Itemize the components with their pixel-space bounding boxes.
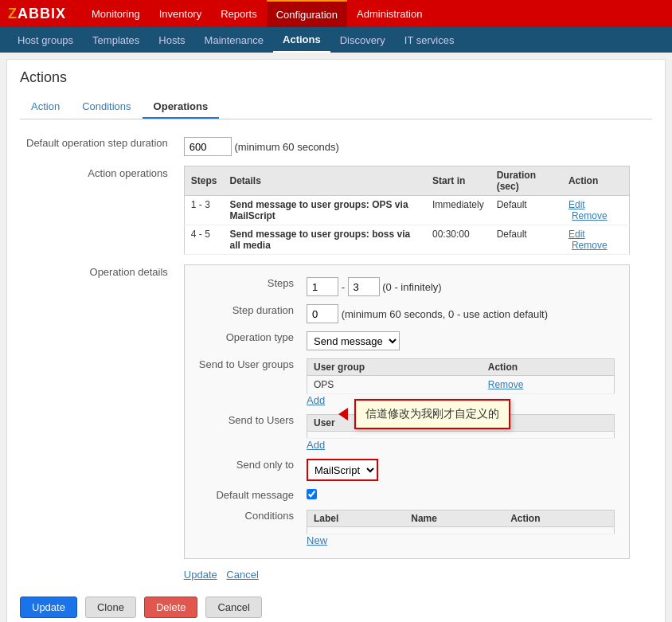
operation-details-label: Operation details [20,260,178,585]
send-only-to-row: Send only to MailScript [194,455,619,485]
steps-row: Steps - (0 - infinitely) [194,273,619,300]
nav-configuration[interactable]: Configuration [267,0,347,27]
user-group-action: Remove [482,376,615,394]
user-group-row: OPS Remove [307,376,615,394]
subnav-actions[interactable]: Actions [273,27,330,53]
user-groups-table: User group Action OPS Remove [307,358,615,394]
action-buttons: Update Clone Delete Cancel [20,597,652,618]
cancel-link[interactable]: Cancel [226,569,258,581]
action-operations-label: Action operations [20,161,178,260]
ops-edit-link[interactable]: Edit [568,199,585,210]
ops-duration: Default [490,196,562,225]
tooltip-arrow [338,408,348,421]
user-group-action-header: Action [482,359,615,376]
nav-administration[interactable]: Administration [347,0,432,27]
steps-label: Steps [194,273,302,300]
logo: ZABBIX [8,6,66,22]
ops-col-duration: Duration (sec) [490,166,562,196]
ops-startin: Immediately [426,196,490,225]
tab-action[interactable]: Action [20,96,71,119]
form-table: Default operation step duration (minimum… [20,132,652,585]
subnav-discovery[interactable]: Discovery [330,27,395,53]
page-content: Actions Action Conditions Operations Def… [6,59,666,622]
bottom-links: Update Cancel [184,569,646,581]
subnav-hosts[interactable]: Hosts [149,27,194,53]
send-only-to-select[interactable]: MailScript [308,460,377,479]
tooltip-bubble: 信道修改为我刚才自定义的 [354,399,510,429]
steps-note: (0 - infinitely) [382,281,441,293]
subnav-it-services[interactable]: IT services [395,27,464,53]
steps-from-input[interactable] [307,277,338,296]
operation-type-row: Operation type Send message [194,327,619,354]
sub-navigation: Host groups Templates Hosts Maintenance … [0,27,672,53]
tab-conditions[interactable]: Conditions [71,96,142,119]
action-operations-row: Action operations Steps Details Start in… [20,161,652,260]
default-step-duration-input[interactable] [184,137,232,156]
step-duration-label: Step duration [194,300,302,327]
add-user-link[interactable]: Add [307,439,325,451]
delete-button[interactable]: Delete [144,597,198,618]
operation-details-row: Operation details Steps - (0 - infinitel… [20,260,652,585]
add-user-container: Add 信道修改为我刚才自定义的 [307,439,325,451]
step-duration-input[interactable] [307,304,338,323]
send-only-to-wrap: MailScript [307,459,378,481]
cancel-button[interactable]: Cancel [205,597,261,618]
conditions-new-link[interactable]: New [307,534,327,546]
ops-col-steps: Steps [184,166,223,196]
ops-row: 1 - 3 Send message to user groups: OPS v… [184,196,629,225]
update-link[interactable]: Update [184,569,217,581]
ops-duration: Default [490,225,562,255]
tabs: Action Conditions Operations [20,96,652,119]
nav-monitoring[interactable]: Monitoring [82,0,150,27]
default-message-label: Default message [194,485,302,506]
nav-inventory[interactable]: Inventory [150,0,211,27]
ops-actions: Edit Remove [562,225,629,255]
user-group-col-header: User group [307,359,482,376]
add-user-group-link[interactable]: Add [307,394,325,406]
ops-row: 4 - 5 Send message to user groups: boss … [184,225,629,255]
subnav-templates[interactable]: Templates [83,27,149,53]
conditions-header: Label Name Action [307,511,615,527]
conditions-table: Label Name Action [307,510,615,534]
user-group-name: OPS [307,376,482,394]
ops-remove-link[interactable]: Remove [572,210,608,221]
operation-type-select[interactable]: Send message [307,331,400,350]
ops-startin: 00:30:00 [426,225,490,255]
conditions-label: Conditions [194,506,302,550]
subnav-maintenance[interactable]: Maintenance [195,27,273,53]
update-button[interactable]: Update [20,597,77,618]
clone-button[interactable]: Clone [85,597,136,618]
operation-details-box: Steps - (0 - infinitely) Step duration [184,264,630,559]
nav-reports[interactable]: Reports [211,0,267,27]
tooltip-text: 信道修改为我刚才自定义的 [365,407,499,420]
ops-col-details: Details [223,166,425,196]
step-duration-note: (minimum 60 seconds, 0 - use action defa… [342,308,548,320]
send-to-user-groups-label: Send to User groups [194,354,302,410]
user-group-remove-link[interactable]: Remove [488,379,524,390]
conditions-col-name: Name [404,511,504,527]
conditions-row: Conditions Label Name Action [194,506,619,550]
op-details-table: Steps - (0 - infinitely) Step duration [194,273,619,550]
conditions-col-label: Label [307,511,405,527]
page-title: Actions [20,69,652,86]
ops-remove-link[interactable]: Remove [572,240,608,251]
subnav-host-groups[interactable]: Host groups [8,27,83,53]
ops-details: Send message to user groups: OPS via Mai… [223,196,425,225]
ops-steps: 4 - 5 [184,225,223,255]
default-step-duration-note: (minimum 60 seconds) [234,141,339,153]
ops-edit-link[interactable]: Edit [568,229,585,240]
step-duration-row: Step duration (minimum 60 seconds, 0 - u… [194,300,619,327]
conditions-col-action: Action [504,511,614,527]
operation-type-label: Operation type [194,327,302,354]
ops-col-startin: Start in [426,166,490,196]
user-groups-header: User group Action [307,359,615,376]
send-only-to-label: Send only to [194,455,302,485]
send-to-users-label: Send to Users [194,410,302,455]
default-step-duration-row: Default operation step duration (minimum… [20,132,652,161]
default-message-checkbox[interactable] [307,489,317,499]
tab-operations[interactable]: Operations [143,96,220,119]
ops-steps: 1 - 3 [184,196,223,225]
steps-to-input[interactable] [348,277,380,296]
default-step-duration-label: Default operation step duration [20,132,178,161]
ops-details: Send message to user groups: boss via al… [223,225,425,255]
